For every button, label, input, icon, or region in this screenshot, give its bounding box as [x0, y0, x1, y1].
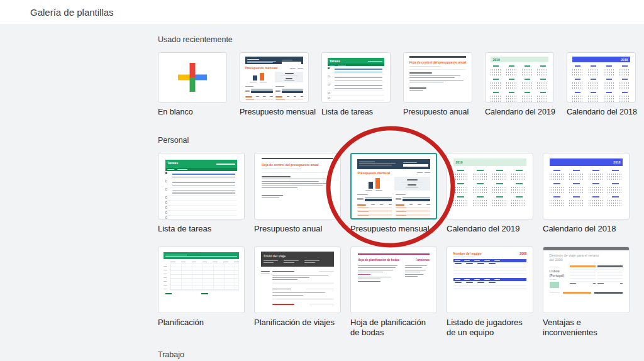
text-line: [282, 60, 292, 60]
mini-month: [522, 65, 533, 75]
mini-month: [453, 183, 469, 193]
template-card-presupuesto-anual-recent[interactable]: Hoja de control del presupuesto anual Pr…: [403, 52, 472, 117]
template-card-ventajas-e-inconvenientes[interactable]: Destinos de viaje para el verano del 200…: [543, 247, 630, 338]
template-card-presupuesto-mensual-selected[interactable]: Presupuesto mensual: [350, 153, 437, 234]
thumb-bar-chart: [245, 72, 272, 82]
gallery-header: Galería de plantillas: [0, 0, 644, 25]
thumb-title: Presupuesto mensual: [357, 171, 390, 175]
template-thumbnail-planning: [158, 247, 245, 313]
text-line: [247, 59, 259, 60]
text-line: [260, 82, 267, 82]
mini-month: [537, 79, 548, 89]
template-card-calendario-2019[interactable]: 2019 Calendario del 2019: [447, 153, 533, 234]
sheet-top-rule: [409, 56, 467, 58]
template-label: Listado de jugadores de un equipo: [447, 318, 533, 338]
calendar-year: 2019: [456, 160, 463, 164]
link-line: [358, 281, 380, 282]
mini-month: [550, 196, 565, 206]
table-stripes: [396, 207, 430, 219]
template-card-calendario-2018-recent[interactable]: 2018 Calendario del 2018: [567, 52, 636, 117]
template-thumbnail-roster: Nombre del equipo 2000: [447, 247, 533, 313]
thumb-table: [357, 204, 392, 219]
calendar-banner: 2018: [550, 158, 623, 166]
mini-month: [572, 79, 584, 89]
template-label: Calendario del 2019: [447, 224, 533, 234]
chart-bar: [260, 73, 264, 81]
thumb-progress-group: [357, 193, 392, 202]
template-label: Presupuesto anual: [403, 107, 472, 117]
mini-month: [604, 79, 615, 89]
text-line: [368, 61, 383, 62]
task-row: [328, 66, 385, 74]
template-thumbnail-calendar-2019: 2019: [485, 52, 554, 103]
template-card-planificacion-de-viajes[interactable]: Título del viaje: [254, 247, 341, 338]
thumb-progress-group: [396, 193, 430, 202]
calendar-year: 2018: [613, 160, 620, 164]
template-card-calendario-2018[interactable]: 2018 Calendario del 2018: [543, 153, 630, 234]
template-card-lista-de-tareas-recent[interactable]: Tareas Lista de tareas: [321, 52, 391, 117]
thumb-sheet-header: [245, 57, 304, 64]
mini-month: [604, 65, 615, 75]
thumb-title: Hoja de planificación de bodas: [358, 258, 399, 262]
page-title: Galería de plantillas: [30, 7, 114, 18]
template-card-en-blanco[interactable]: En blanco: [158, 52, 227, 117]
section-label-work: Trabajo: [158, 350, 644, 359]
thumb-title: Hoja de control del presupuesto anual: [262, 163, 333, 167]
template-label: Planificación: [158, 318, 245, 328]
template-label: Lista de tareas: [158, 224, 245, 234]
table-stripes: [357, 207, 392, 219]
text-line: [245, 86, 253, 87]
link-line: [201, 293, 208, 294]
mini-month: [453, 196, 469, 206]
template-card-lista-de-tareas[interactable]: Tareas Lista de tareas: [158, 153, 245, 234]
template-card-listado-de-jugadores[interactable]: Nombre del equipo 2000 Listado de jugado…: [447, 247, 533, 338]
grid-lines: [170, 264, 239, 290]
task-row: [165, 187, 237, 196]
mini-month: [491, 79, 502, 89]
template-thumbnail-calendar-2018: 2018: [567, 52, 636, 103]
progress-bar: [251, 91, 273, 94]
mini-month: [537, 92, 548, 102]
mini-month: [588, 65, 599, 75]
task-row: [328, 74, 385, 82]
template-thumbnail-budget-monthly: Presupuesto mensual: [240, 52, 309, 103]
thumb-bar-chart: [357, 177, 391, 191]
chart-bar: [253, 75, 257, 81]
chart-bar: [375, 178, 380, 189]
template-gallery: Usado recientemente En blanco Presupuest…: [0, 25, 644, 359]
text-line: [409, 77, 455, 78]
template-card-hoja-de-planificacion-de-bodas[interactable]: Hoja de planificación de bodas Funciones: [350, 247, 437, 338]
template-label: Presupuesto anual: [254, 224, 341, 234]
template-card-presupuesto-mensual-recent[interactable]: Presupuesto mensual: [240, 52, 309, 117]
template-thumbnail-wedding: Hoja de planificación de bodas Funciones: [350, 247, 437, 313]
task-row: [165, 201, 237, 206]
template-card-planificacion[interactable]: Planificación: [158, 247, 245, 338]
highlight-cell: [550, 282, 559, 288]
thumb-sheet-header: Tareas: [328, 58, 385, 67]
template-card-calendario-2019-recent[interactable]: 2019 Calendario del 2019: [485, 52, 554, 117]
text-line: [275, 86, 284, 87]
thumb-sheet-header: [164, 252, 239, 259]
personal-row-2: Planificación Título del viaje: [158, 247, 644, 338]
thumb-table: [396, 204, 430, 219]
template-thumbnail-task-list: Tareas: [158, 153, 245, 219]
mini-month: [619, 65, 630, 75]
thumb-table-cons: [597, 265, 623, 288]
template-card-presupuesto-anual[interactable]: Hoja de control del presupuesto anual Pr…: [254, 153, 341, 234]
template-label: En blanco: [158, 107, 227, 117]
mini-month: [473, 196, 488, 206]
chart-bar: [369, 182, 373, 189]
thumb-title: Presupuesto mensual: [245, 66, 278, 70]
task-row: [165, 196, 237, 201]
mini-month: [492, 170, 508, 180]
task-row: [328, 82, 385, 91]
template-label: Calendario del 2018: [567, 107, 636, 117]
mini-month: [453, 170, 469, 180]
table-stripes: [275, 99, 303, 103]
text-line: [409, 66, 441, 67]
mini-month: [511, 183, 526, 193]
recent-templates-row: En blanco Presupuesto mensual: [158, 52, 644, 117]
thumb-sheet-header: Título del viaje: [261, 252, 335, 267]
mini-month: [492, 183, 508, 193]
text-line: [409, 75, 461, 76]
